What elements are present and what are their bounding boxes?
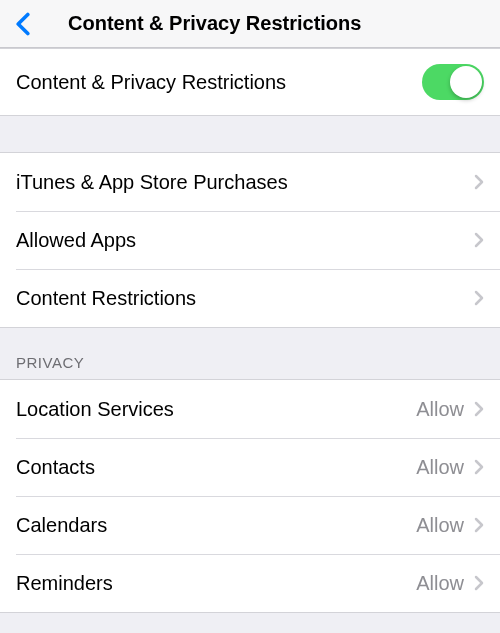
content-restrictions-row[interactable]: Content Restrictions xyxy=(0,269,500,327)
contacts-value: Allow xyxy=(416,456,464,479)
page-title: Content & Privacy Restrictions xyxy=(68,12,361,35)
location-services-label: Location Services xyxy=(16,398,174,421)
back-button[interactable] xyxy=(10,11,36,37)
reminders-row[interactable]: Reminders Allow xyxy=(0,554,500,612)
section-gap xyxy=(0,116,500,152)
content-privacy-label: Content & Privacy Restrictions xyxy=(16,71,286,94)
purchases-group: iTunes & App Store Purchases Allowed App… xyxy=(0,152,500,328)
contacts-row[interactable]: Contacts Allow xyxy=(0,438,500,496)
content-restrictions-label: Content Restrictions xyxy=(16,287,196,310)
chevron-right-icon xyxy=(474,401,484,417)
privacy-group: Location Services Allow Contacts Allow C… xyxy=(0,379,500,613)
chevron-right-icon xyxy=(474,575,484,591)
allowed-apps-label: Allowed Apps xyxy=(16,229,136,252)
main-toggle-group: Content & Privacy Restrictions xyxy=(0,48,500,116)
chevron-right-icon xyxy=(474,174,484,190)
calendars-value: Allow xyxy=(416,514,464,537)
reminders-label: Reminders xyxy=(16,572,113,595)
calendars-label: Calendars xyxy=(16,514,107,537)
allowed-apps-row[interactable]: Allowed Apps xyxy=(0,211,500,269)
reminders-value: Allow xyxy=(416,572,464,595)
location-services-row[interactable]: Location Services Allow xyxy=(0,380,500,438)
content-privacy-toggle-row[interactable]: Content & Privacy Restrictions xyxy=(0,49,500,115)
location-services-value: Allow xyxy=(416,398,464,421)
itunes-app-store-label: iTunes & App Store Purchases xyxy=(16,171,288,194)
chevron-right-icon xyxy=(474,517,484,533)
nav-bar: Content & Privacy Restrictions xyxy=(0,0,500,48)
content: Content & Privacy Restrictions iTunes & … xyxy=(0,48,500,613)
calendars-row[interactable]: Calendars Allow xyxy=(0,496,500,554)
chevron-right-icon xyxy=(474,290,484,306)
chevron-right-icon xyxy=(474,232,484,248)
contacts-label: Contacts xyxy=(16,456,95,479)
privacy-header: Privacy xyxy=(0,328,500,379)
itunes-app-store-row[interactable]: iTunes & App Store Purchases xyxy=(0,153,500,211)
chevron-left-icon xyxy=(15,12,31,36)
content-privacy-toggle[interactable] xyxy=(422,64,484,100)
toggle-knob xyxy=(450,66,482,98)
chevron-right-icon xyxy=(474,459,484,475)
